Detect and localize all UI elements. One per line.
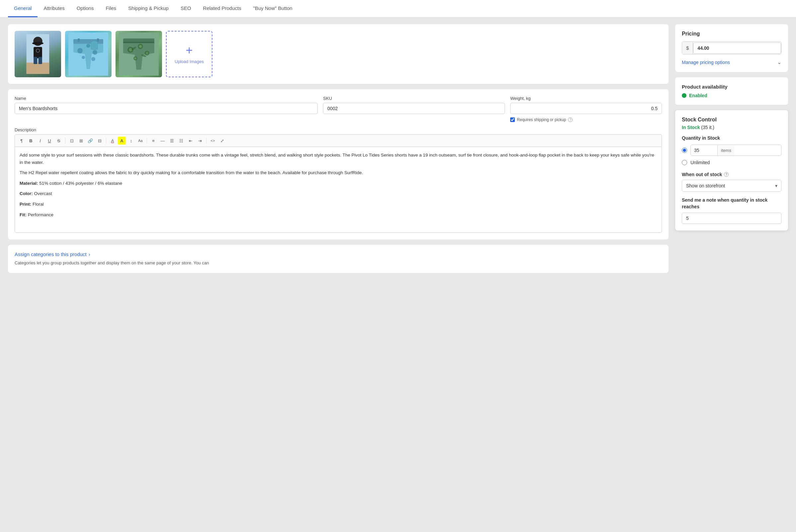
notify-value-input[interactable] — [682, 213, 781, 224]
editor-toolbar: ¶ B I U S ⊡ ⊞ 🔗 ⊟ A A ↕ Aa ≡ — [15, 134, 662, 147]
fit-label: Fit: — [20, 212, 28, 217]
qty-option-specific: items — [682, 145, 781, 156]
svg-rect-5 — [34, 57, 37, 64]
plus-icon: + — [185, 44, 193, 56]
qty-radio-specific[interactable] — [682, 148, 687, 153]
weight-label: Weight, kg — [510, 96, 662, 101]
help-icon[interactable]: ? — [568, 117, 573, 122]
upload-label: Upload Images — [175, 59, 203, 64]
manage-pricing-link: Manage pricing options — [682, 60, 730, 65]
toolbar-table[interactable]: ⊟ — [96, 137, 104, 145]
name-input[interactable] — [15, 103, 318, 114]
toolbar-link[interactable]: 🔗 — [86, 137, 94, 145]
tab-shipping[interactable]: Shipping & Pickup — [122, 0, 175, 17]
tab-bar: General Attributes Options Files Shippin… — [0, 0, 796, 18]
toolbar-divider-3 — [147, 138, 147, 144]
qty-unit: items — [717, 145, 735, 155]
qty-section-title: Quantity in Stock — [682, 135, 781, 140]
svg-point-25 — [146, 52, 148, 54]
availability-status: Enabled — [682, 93, 781, 98]
svg-point-13 — [86, 44, 90, 48]
tab-options[interactable]: Options — [71, 0, 100, 17]
price-input[interactable] — [693, 42, 781, 54]
form-row-basic: Name SKU Weight, kg Requires shipping or… — [15, 96, 662, 122]
out-of-stock-select[interactable]: Show on storefront Hide product Show as … — [682, 180, 781, 192]
svg-rect-19 — [123, 42, 155, 43]
upload-images-button[interactable]: + Upload Images — [166, 31, 213, 77]
out-of-stock-section: When out of stock ? Show on storefront H… — [682, 172, 781, 192]
print-label: Print: — [20, 202, 33, 207]
assign-categories-link[interactable]: Assign categories to this product › — [15, 251, 662, 257]
toolbar-source[interactable]: <> — [209, 137, 217, 145]
toolbar-indent[interactable]: ⇥ — [196, 137, 204, 145]
svg-rect-11 — [97, 38, 99, 42]
tab-general[interactable]: General — [8, 0, 37, 17]
price-input-row: $ — [682, 41, 781, 54]
tab-seo[interactable]: SEO — [175, 0, 197, 17]
print-value: Floral — [33, 202, 44, 207]
svg-rect-1 — [26, 63, 50, 74]
chevron-down-icon: ⌄ — [777, 59, 781, 65]
requires-shipping-checkbox[interactable] — [510, 117, 515, 122]
svg-point-16 — [91, 57, 95, 61]
sku-label: SKU — [323, 96, 505, 101]
name-group: Name — [15, 96, 318, 114]
toolbar-align[interactable]: ≡ — [149, 137, 157, 145]
toolbar-text-size[interactable]: ↕ — [127, 137, 135, 145]
toolbar-hr[interactable]: — — [159, 137, 167, 145]
toolbar-list-number[interactable]: ☷ — [177, 137, 185, 145]
availability-card: Product availability Enabled — [675, 77, 788, 105]
product-image-1[interactable] — [15, 31, 61, 77]
svg-point-14 — [93, 50, 97, 55]
toolbar-font-family[interactable]: Aa — [137, 137, 144, 145]
material-value: 51% cotton / 43% polyester / 6% elastane — [39, 181, 122, 186]
availability-title: Product availability — [682, 84, 781, 90]
svg-point-15 — [82, 56, 85, 59]
qty-value-input[interactable] — [691, 145, 717, 155]
stock-title: Stock Control — [682, 117, 781, 123]
description-label: Description — [15, 127, 662, 132]
toolbar-underline[interactable]: U — [46, 137, 53, 145]
sku-input[interactable] — [323, 103, 505, 114]
toolbar-outdent[interactable]: ⇤ — [186, 137, 195, 145]
tab-related[interactable]: Related Products — [197, 0, 247, 17]
toolbar-italic[interactable]: I — [36, 137, 44, 145]
toolbar-bold[interactable]: B — [27, 137, 35, 145]
name-label: Name — [15, 96, 318, 101]
pricing-title: Pricing — [682, 31, 781, 37]
toolbar-paragraph[interactable]: ¶ — [18, 137, 25, 145]
toolbar-font-color[interactable]: A — [109, 137, 116, 145]
desc-p1: Add some style to your surf sessions wit… — [20, 152, 657, 166]
toolbar-font-bg[interactable]: A — [118, 137, 126, 145]
editor-body[interactable]: Add some style to your surf sessions wit… — [15, 147, 662, 233]
status-text: Enabled — [689, 93, 707, 98]
tab-files[interactable]: Files — [100, 0, 122, 17]
out-of-stock-select-wrapper: Show on storefront Hide product Show as … — [682, 180, 781, 192]
color-value: Overcast — [34, 191, 52, 196]
toolbar-divider-4 — [206, 138, 206, 144]
currency-symbol: $ — [682, 42, 693, 54]
shorts1-image — [65, 31, 111, 77]
fields-card: Name SKU Weight, kg Requires shipping or… — [8, 89, 669, 240]
categories-card: Assign categories to this product › Cate… — [8, 245, 669, 273]
manage-pricing-row[interactable]: Manage pricing options ⌄ — [682, 59, 781, 65]
product-image-2[interactable] — [65, 31, 111, 77]
toolbar-fullscreen[interactable]: ⤢ — [218, 137, 226, 145]
product-image-3[interactable] — [115, 31, 162, 77]
toolbar-image-inline[interactable]: ⊡ — [68, 137, 76, 145]
tab-buynow[interactable]: "Buy Now" Button — [247, 0, 298, 17]
toolbar-list-bullet[interactable]: ☰ — [168, 137, 176, 145]
weight-input-wrapper — [510, 103, 662, 114]
qty-options: items Unlimited — [682, 145, 781, 165]
svg-rect-10 — [78, 38, 80, 42]
toolbar-image-block[interactable]: ⊞ — [77, 137, 85, 145]
tab-attributes[interactable]: Attributes — [37, 0, 70, 17]
svg-point-12 — [77, 48, 83, 53]
qty-input-row: items — [690, 145, 781, 156]
weight-input[interactable] — [510, 103, 662, 114]
qty-radio-unlimited[interactable] — [682, 160, 687, 165]
svg-rect-4 — [34, 47, 42, 58]
out-of-stock-text: When out of stock — [682, 172, 722, 177]
toolbar-strikethrough[interactable]: S — [55, 137, 63, 145]
out-of-stock-help-icon[interactable]: ? — [724, 172, 729, 177]
